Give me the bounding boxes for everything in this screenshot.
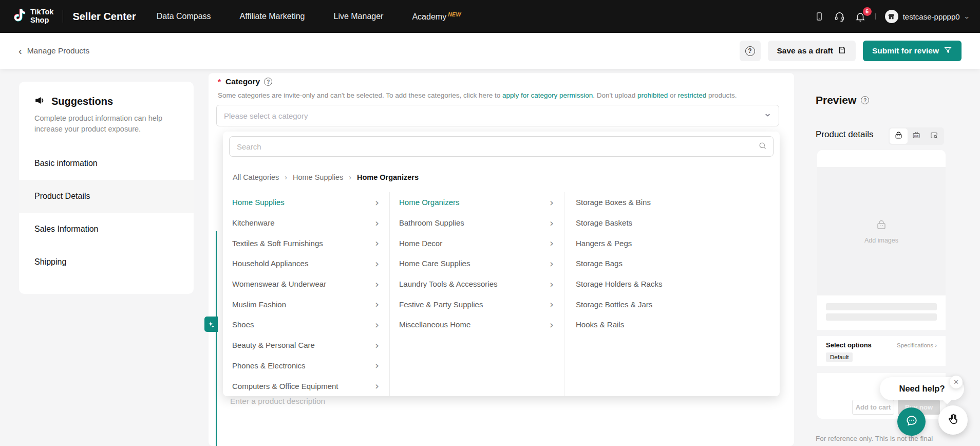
shop-avatar <box>885 10 898 23</box>
breadcrumb-all-categories[interactable]: All Categories <box>233 173 279 181</box>
category-select[interactable]: Please select a category <box>216 105 779 126</box>
skeleton-bar <box>826 303 937 310</box>
chevron-right-icon: › <box>550 320 554 330</box>
megaphone-icon <box>34 95 45 108</box>
category-option[interactable]: Storage Baskets <box>564 213 780 233</box>
nav-item-live-manager[interactable]: Live Manager <box>333 12 383 21</box>
category-select-placeholder: Please select a category <box>224 112 308 120</box>
nav-item-affiliate-marketing[interactable]: Affiliate Marketing <box>240 12 305 21</box>
chat-support-button[interactable] <box>897 407 926 436</box>
preview-tab-product[interactable] <box>890 128 908 144</box>
preview-tab-search[interactable] <box>925 128 943 144</box>
notifications-bell-icon[interactable]: 6 <box>855 11 866 23</box>
apply-category-permission-link[interactable]: apply for category permission <box>502 91 593 99</box>
chevron-right-icon: › <box>375 258 379 269</box>
mobile-app-icon[interactable] <box>814 10 824 23</box>
search-icon <box>758 141 767 152</box>
hand-cursor-button[interactable] <box>938 405 968 435</box>
category-option[interactable]: Home Care Supplies› <box>390 253 564 274</box>
breadcrumb-home-organizers[interactable]: Home Organizers <box>357 173 419 181</box>
specifications-link[interactable]: Specifications › <box>897 342 937 348</box>
chevron-right-icon: › <box>375 381 379 391</box>
support-headset-icon[interactable] <box>834 11 845 23</box>
suggestions-head: Suggestions Complete product information… <box>19 82 194 135</box>
category-option[interactable]: Hooks & Rails <box>564 314 780 335</box>
chat-bubble-icon <box>904 414 919 430</box>
suggestions-nav: Basic information Product Details Sales … <box>19 147 194 278</box>
category-option[interactable]: Kitchenware› <box>223 213 389 233</box>
sidebar-item-sales-information[interactable]: Sales Information <box>19 213 194 246</box>
back-to-manage-products[interactable]: ‹ Manage Products <box>18 46 89 56</box>
category-option[interactable]: Storage Bags <box>564 253 780 274</box>
category-option[interactable]: Computers & Office Equipment› <box>223 376 389 396</box>
chevron-right-icon: › <box>375 197 379 208</box>
seller-center-brand[interactable]: Seller Center <box>72 11 136 23</box>
breadcrumb-home-supplies[interactable]: Home Supplies <box>293 173 343 181</box>
preview-disclaimer: For reference only. This is not the fina… <box>816 435 975 442</box>
chevron-down-icon: ⌄ <box>963 14 970 20</box>
header-actions: ? Save as a draft Submit for review <box>740 41 962 61</box>
tiktok-shop-logo[interactable]: TikTok Shop <box>11 7 53 26</box>
account-menu[interactable]: testcase-ppppp0 ⌄ <box>885 10 969 23</box>
category-option[interactable]: Laundry Tools & Accessories› <box>390 274 564 294</box>
sidebar-item-shipping[interactable]: Shipping <box>19 246 194 278</box>
chevron-right-icon: › <box>550 238 554 248</box>
close-icon[interactable]: ✕ <box>950 376 963 388</box>
navbar-mini-divider <box>875 13 876 20</box>
prohibited-link[interactable]: prohibited <box>637 91 668 99</box>
category-option[interactable]: Home Decor› <box>390 233 564 253</box>
category-search-box[interactable] <box>229 136 774 157</box>
add-to-cart-button[interactable]: Add to cart <box>852 400 894 415</box>
nav-item-academy[interactable]: AcademyNEW <box>412 11 461 22</box>
category-option-storage-boxes-bins[interactable]: Storage Boxes & Bins <box>564 192 780 213</box>
category-help-icon[interactable]: ? <box>264 78 272 86</box>
category-columns: Home Supplies› Kitchenware› Textiles & S… <box>223 192 780 396</box>
preview-help-icon[interactable]: ? <box>861 96 869 104</box>
category-option[interactable]: Hangers & Pegs <box>564 233 780 253</box>
category-dropdown-panel: All Categories › Home Supplies › Home Or… <box>223 132 780 396</box>
category-option-home-supplies[interactable]: Home Supplies› <box>223 192 389 213</box>
category-option[interactable]: Phones & Electronics› <box>223 356 389 376</box>
category-option[interactable]: Festive & Party Supplies› <box>390 294 564 314</box>
category-option[interactable]: Beauty & Personal Care› <box>223 335 389 356</box>
top-navbar: TikTok Shop Seller Center Data Compass A… <box>0 0 980 33</box>
chevron-right-icon: › <box>375 340 379 350</box>
category-option[interactable]: Bathroom Supplies› <box>390 213 564 233</box>
breadcrumb-separator-icon: › <box>285 173 287 181</box>
category-search-input[interactable] <box>236 142 754 152</box>
navbar-left: TikTok Shop Seller Center Data Compass A… <box>11 7 814 26</box>
category-column-2: Home Organizers› Bathroom Supplies› Home… <box>390 192 564 396</box>
ai-assistant-badge[interactable] <box>204 317 218 332</box>
bag-icon <box>894 131 903 142</box>
nav-item-data-compass[interactable]: Data Compass <box>157 12 211 21</box>
category-option[interactable]: Storage Holders & Racks <box>564 274 780 294</box>
category-option-home-organizers[interactable]: Home Organizers› <box>390 192 564 213</box>
preview-section-title: Product details <box>816 129 873 140</box>
submit-for-review-button[interactable]: Submit for review <box>863 41 962 61</box>
chevron-right-icon: › <box>550 279 554 289</box>
add-images-bag-icon <box>875 219 888 233</box>
category-option[interactable]: Household Appliances› <box>223 253 389 274</box>
category-option[interactable]: Muslim Fashion› <box>223 294 389 314</box>
select-options-label: Select options <box>826 341 872 349</box>
category-option[interactable]: Miscellaneous Home› <box>390 314 564 335</box>
save-draft-button[interactable]: Save as a draft <box>768 41 856 61</box>
category-option[interactable]: Storage Bottles & Jars <box>564 294 780 314</box>
seller-center-page: TikTok Shop Seller Center Data Compass A… <box>0 0 980 446</box>
category-option[interactable]: Textiles & Soft Furnishings› <box>223 233 389 253</box>
sidebar-item-product-details[interactable]: Product Details <box>19 180 194 213</box>
category-hint: Some categories are invite-only and can'… <box>218 91 737 99</box>
search-page-icon <box>930 131 938 142</box>
sidebar-item-basic-information[interactable]: Basic information <box>19 147 194 180</box>
category-option[interactable]: Shoes› <box>223 314 389 335</box>
help-button[interactable]: ? <box>740 41 761 61</box>
category-option[interactable]: Womenswear & Underwear› <box>223 274 389 294</box>
navbar-divider <box>63 10 63 23</box>
restricted-link[interactable]: restricted <box>678 91 707 99</box>
preview-tab-live[interactable]: LIVE <box>908 128 926 144</box>
question-mark-icon: ? <box>745 46 755 56</box>
category-column-1: Home Supplies› Kitchenware› Textiles & S… <box>223 192 390 396</box>
preview-tabs: LIVE <box>889 127 944 145</box>
chevron-right-icon: › <box>375 279 379 289</box>
page-header: ‹ Manage Products ? Save as a draft Subm… <box>0 33 980 69</box>
